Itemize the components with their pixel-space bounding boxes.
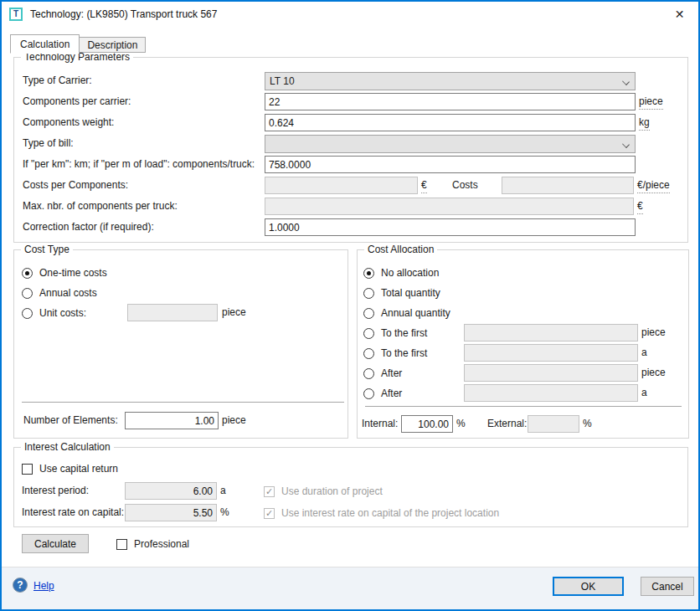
title-bar: T Technology: (LK9850) Transport truck 5… xyxy=(2,2,698,27)
to-first-a-unit: a xyxy=(641,344,647,362)
radio-label: After xyxy=(381,388,402,399)
radio-after-piece[interactable]: After xyxy=(363,367,402,380)
tab-calculation[interactable]: Calculation xyxy=(10,34,80,54)
chevron-down-icon xyxy=(622,141,630,148)
radio-to-first-a[interactable]: To the first xyxy=(363,347,427,360)
group-cost-allocation: Cost Allocation No allocation Total quan… xyxy=(357,249,689,439)
checkbox-icon xyxy=(116,539,127,550)
ok-button[interactable]: OK xyxy=(553,577,624,596)
type-of-bill-label: Type of bill: xyxy=(23,135,74,152)
radio-icon xyxy=(363,288,374,299)
costs-per-components-unit[interactable]: € xyxy=(421,178,427,193)
divider xyxy=(365,406,682,407)
after-a-unit: a xyxy=(641,384,647,402)
radio-after-a[interactable]: After xyxy=(363,387,402,400)
radio-label: Unit costs: xyxy=(39,307,86,319)
max-components-input xyxy=(265,198,634,215)
window-title: Technology: (LK9850) Transport truck 567 xyxy=(30,8,217,20)
radio-icon xyxy=(22,308,33,319)
number-of-elements-label: Number of Elements: xyxy=(23,412,118,429)
radio-total-quantity[interactable]: Total quantity xyxy=(363,286,440,300)
group-cost-type: Cost Type One-time costs Annual costs Un… xyxy=(13,249,348,439)
tab-strip: Calculation Description xyxy=(10,34,146,53)
radio-label: Annual quantity xyxy=(381,307,450,319)
components-weight-unit[interactable]: kg xyxy=(639,116,650,131)
correction-factor-input[interactable] xyxy=(265,218,636,236)
costs-per-components-input xyxy=(265,177,418,194)
checkbox-use-duration-of-project: ✓ Use duration of project xyxy=(264,485,383,498)
calculate-button[interactable]: Calculate xyxy=(22,534,89,553)
components-per-carrier-label: Components per carrier: xyxy=(23,93,131,110)
help-icon[interactable]: ? xyxy=(13,578,28,593)
radio-label: To the first xyxy=(381,347,427,359)
radio-unit-costs[interactable]: Unit costs: xyxy=(22,306,86,320)
radio-icon xyxy=(363,368,374,379)
radio-annual-quantity[interactable]: Annual quantity xyxy=(363,306,450,320)
max-components-label: Max. nbr. of components per truck: xyxy=(23,198,178,215)
checkbox-use-interest-rate-of-project-location: ✓ Use interest rate on capital of the pr… xyxy=(264,506,499,520)
costs-input xyxy=(502,177,634,194)
radio-label: To the first xyxy=(381,327,427,339)
group-title: Cost Allocation xyxy=(364,244,437,255)
radio-label: Annual costs xyxy=(39,287,97,299)
type-of-carrier-value: LT 10 xyxy=(270,75,295,87)
checkbox-check-icon: ✓ xyxy=(264,486,275,497)
components-per-carrier-input[interactable] xyxy=(265,93,636,110)
close-icon[interactable]: ✕ xyxy=(661,2,698,27)
interest-rate-input xyxy=(125,504,217,521)
to-first-a-input xyxy=(464,344,638,362)
after-a-input xyxy=(464,384,638,402)
interest-rate-unit: % xyxy=(220,504,229,521)
group-technology-parameters: Technology Parameters Type of Carrier: L… xyxy=(13,57,688,243)
to-first-piece-input xyxy=(464,324,638,341)
checkbox-check-icon: ✓ xyxy=(264,508,275,519)
costs-unit[interactable]: €/piece xyxy=(637,178,670,193)
costs-per-components-label: Costs per Components: xyxy=(23,177,128,194)
interest-period-label: Interest period: xyxy=(22,482,89,500)
per-km-input[interactable] xyxy=(265,156,636,173)
components-per-carrier-unit[interactable]: piece xyxy=(639,95,663,110)
radio-no-allocation[interactable]: No allocation xyxy=(363,266,439,280)
external-input xyxy=(528,415,579,433)
divider xyxy=(22,402,344,403)
checkbox-label: Use duration of project xyxy=(281,485,383,497)
app-icon: T xyxy=(9,8,23,21)
radio-label: One-time costs xyxy=(39,267,107,279)
external-label: External: xyxy=(487,415,527,433)
radio-annual-costs[interactable]: Annual costs xyxy=(22,286,97,300)
number-of-elements-unit: piece xyxy=(222,412,246,429)
checkbox-use-capital-return[interactable]: Use capital return xyxy=(22,462,118,475)
internal-label: Internal: xyxy=(362,415,398,433)
components-weight-label: Components weight: xyxy=(23,114,114,131)
radio-icon xyxy=(363,308,374,319)
checkbox-label: Use interest rate on capital of the proj… xyxy=(281,507,499,519)
type-of-bill-select[interactable] xyxy=(265,135,636,153)
unit-costs-input xyxy=(127,304,218,321)
interest-period-input xyxy=(125,482,217,500)
after-piece-unit: piece xyxy=(641,364,666,382)
max-components-unit[interactable]: € xyxy=(637,199,643,214)
per-km-label: If "per km": km; if "per m of load": com… xyxy=(23,156,255,173)
unit-costs-unit: piece xyxy=(222,304,246,321)
checkbox-label: Professional xyxy=(134,538,189,550)
radio-icon xyxy=(363,328,374,339)
checkbox-label: Use capital return xyxy=(39,463,118,475)
tab-description[interactable]: Description xyxy=(80,37,146,53)
technology-dialog: T Technology: (LK9850) Transport truck 5… xyxy=(0,0,700,611)
interest-period-unit: a xyxy=(220,482,226,500)
radio-icon xyxy=(22,268,33,279)
to-first-piece-unit: piece xyxy=(641,324,666,341)
radio-icon xyxy=(22,288,33,299)
radio-to-first-piece[interactable]: To the first xyxy=(363,326,427,340)
footer-bar: ? Help OK Cancel xyxy=(2,567,698,609)
cancel-button[interactable]: Cancel xyxy=(641,577,694,596)
number-of-elements-input[interactable] xyxy=(125,412,219,429)
radio-icon xyxy=(363,348,374,359)
help-link[interactable]: Help xyxy=(33,580,54,592)
group-interest-calculation: Interest Calculation Use capital return … xyxy=(13,447,688,527)
type-of-carrier-select[interactable]: LT 10 xyxy=(265,72,636,90)
components-weight-input[interactable] xyxy=(265,114,636,131)
checkbox-professional[interactable]: Professional xyxy=(116,537,189,551)
radio-one-time-costs[interactable]: One-time costs xyxy=(22,266,107,280)
internal-input[interactable] xyxy=(401,415,453,433)
